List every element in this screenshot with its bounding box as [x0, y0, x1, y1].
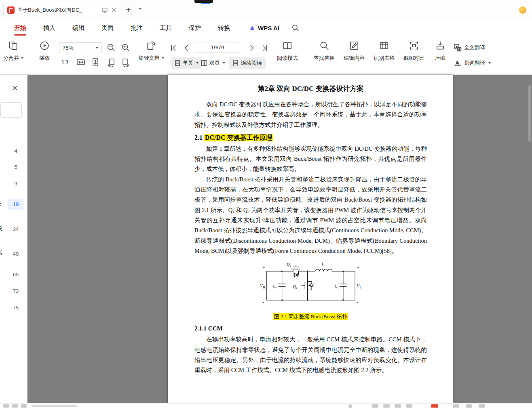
wps-ai-logo-icon: [249, 25, 255, 31]
status-icon-3[interactable]: [21, 404, 27, 408]
zoom-select[interactable]: 75%: [59, 42, 102, 53]
paragraph: 传统的 Buck/Boost 拓扑采用开关管和整流二极管来实现升降压，由于整流二…: [194, 175, 427, 256]
recognize-table-button[interactable]: 识别表格: [369, 40, 399, 62]
menu-item-protect[interactable]: 保护: [180, 19, 209, 36]
status-view-icon-3[interactable]: [395, 404, 401, 408]
status-view-icon-4[interactable]: [406, 404, 412, 408]
vh-sub: H: [263, 286, 265, 290]
scrollbar[interactable]: [528, 75, 531, 403]
status-view-icon-5[interactable]: [453, 404, 459, 408]
wps-ai-label: WPS AI: [258, 25, 279, 32]
page-thumb-49[interactable]: 49: [8, 250, 23, 259]
word-translate-button[interactable]: A 划词翻译: [454, 59, 491, 67]
continuous-read-button[interactable]: 连续阅读: [229, 57, 266, 69]
find-replace-icon: [319, 40, 329, 51]
last-page-button[interactable]: [260, 44, 269, 53]
menu-item-tools[interactable]: 工具: [151, 19, 180, 36]
rotate-doc-button[interactable]: 旋转文档: [133, 40, 169, 62]
double-page-label: 双页: [209, 59, 220, 67]
page-thumb-4[interactable]: 4: [8, 147, 23, 156]
rotate-doc-label: 旋转文档: [139, 55, 164, 62]
menu-item-comment[interactable]: 批注: [122, 19, 151, 36]
recognize-table-icon: [379, 40, 389, 51]
chevron-down-icon: [21, 57, 23, 59]
edit-content-button[interactable]: 编辑内容: [339, 40, 369, 62]
split-merge-icon: [8, 40, 19, 51]
screenshot-compare-label: 截图对比: [403, 55, 424, 62]
rotate-page-left-button[interactable]: [106, 57, 116, 67]
prev-page-button[interactable]: [182, 44, 191, 53]
document-area: 第2章 双向 DC/DC 变换器设计方案 双向 DC/DC 变换器可以应用在各种…: [27, 75, 532, 403]
new-tab-button[interactable]: +: [126, 6, 131, 14]
tab-list-chevron-icon[interactable]: [139, 8, 141, 10]
single-page-icon: [174, 60, 181, 66]
paragraph: 如第 1 章所述，有多种拓扑结构能够实现储能系统中双向 DC/DC 变换器的功能…: [194, 144, 427, 175]
status-active-view-icon[interactable]: [431, 404, 438, 408]
l1-label: L₁: [321, 262, 325, 266]
page-thumb-73[interactable]: 73: [8, 287, 23, 296]
fit-width-button[interactable]: [76, 57, 86, 67]
promo-icon[interactable]: [519, 6, 526, 14]
first-page-button[interactable]: [169, 44, 178, 53]
read-mode-label: 阅读模式: [277, 55, 298, 62]
rotate-page-right-icon: [121, 57, 131, 67]
status-icon-1[interactable]: [3, 404, 9, 408]
read-mode-icon: [282, 40, 293, 51]
full-translate-button[interactable]: A 文 全文翻译: [454, 44, 485, 52]
terminal-plus-left: +: [262, 265, 265, 270]
play-button[interactable]: 播放: [35, 40, 54, 62]
page-thumb-65[interactable]: 65: [8, 270, 23, 279]
menu-item-home[interactable]: 开始: [6, 19, 35, 36]
prev-page-icon: [182, 44, 191, 53]
rotate-page-right-button[interactable]: [121, 57, 131, 67]
status-view-icon-6[interactable]: [466, 404, 472, 408]
zoom-out-button[interactable]: [106, 43, 116, 53]
page-thumb-75[interactable]: 75: [8, 303, 23, 312]
page-thumb-34[interactable]: 34: [8, 225, 23, 234]
status-view-icon-1[interactable]: [372, 404, 378, 408]
wps-pdf-logo-icon: [7, 6, 15, 14]
menu-item-wps-ai[interactable]: WPS AI: [249, 25, 279, 32]
actual-size-button[interactable]: 1:1: [61, 59, 68, 65]
edit-content-label: 编辑内容: [344, 55, 365, 62]
screenshot-compare-button[interactable]: 截图对比: [399, 40, 429, 62]
document-tab[interactable]: 基于Buck_Boost的双向DC_: [3, 3, 121, 17]
status-view-icon-7[interactable]: [479, 404, 485, 408]
page-thumb-5[interactable]: 5: [8, 163, 23, 172]
search-icon: [291, 24, 300, 32]
scrollbar-thumb[interactable]: [528, 85, 531, 142]
figure-caption: 图 2.1 同步整流 Buck/Boost 拓扑: [194, 313, 427, 321]
play-icon: [39, 40, 50, 51]
search-button[interactable]: [291, 24, 300, 32]
double-page-button[interactable]: 双页: [197, 57, 229, 69]
menu-item-edit[interactable]: 编辑: [64, 19, 93, 36]
status-icon-2[interactable]: [12, 404, 18, 408]
menu-item-page[interactable]: 页面: [93, 19, 122, 36]
read-mode-button[interactable]: 阅读模式: [272, 40, 303, 62]
status-text-stub: [32, 405, 77, 407]
status-help-icon[interactable]: [348, 404, 352, 408]
page-indicator: 19/79: [211, 44, 224, 50]
page-number-input[interactable]: 19/79: [195, 42, 240, 53]
page-thumb-19-active[interactable]: 19: [8, 199, 23, 210]
last-page-icon: [260, 44, 269, 53]
outline-fragment: 系: [0, 250, 2, 257]
zoom-in-button[interactable]: [121, 43, 131, 53]
next-page-button[interactable]: [247, 44, 256, 53]
find-replace-button[interactable]: 查找替换: [309, 40, 340, 62]
status-view-icon-2[interactable]: [383, 404, 390, 408]
fit-page-button[interactable]: [91, 57, 100, 67]
thumbnail-stub[interactable]: [0, 102, 22, 118]
page-thumb-9[interactable]: 9: [8, 179, 23, 188]
split-merge-button[interactable]: 分合并: [0, 40, 27, 62]
compress-button[interactable]: 压缩: [430, 40, 451, 62]
recognize-table-label: 识别表格: [374, 55, 395, 62]
menu-item-convert[interactable]: 转换: [209, 19, 239, 36]
sidebar-close-button[interactable]: [11, 84, 19, 92]
c2-label: C₂: [334, 284, 339, 289]
chevron-down-icon: [96, 47, 98, 49]
tab-close-icon[interactable]: [111, 7, 117, 13]
menu-item-insert[interactable]: 插入: [35, 19, 64, 36]
tab-title: 基于Buck_Boost的双向DC_: [17, 6, 99, 14]
double-page-icon: [201, 60, 207, 66]
